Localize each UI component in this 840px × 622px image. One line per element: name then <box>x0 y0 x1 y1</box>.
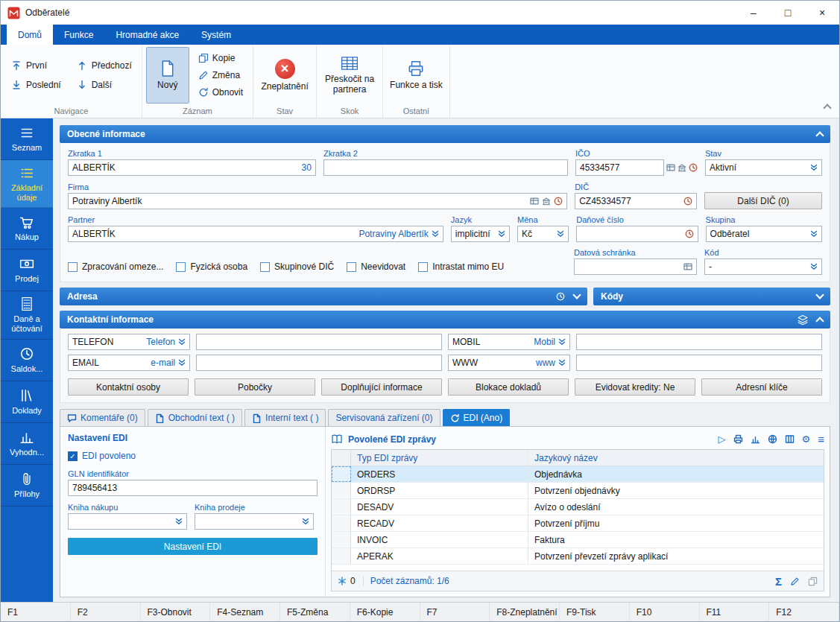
ribbon-tab-hromadne-akce[interactable]: Hromadné akce <box>104 25 190 45</box>
functions-print-button[interactable]: Funkce a tisk <box>387 47 446 104</box>
section-header-kody[interactable]: Kódy <box>593 288 830 305</box>
doplnujici-informace-button[interactable]: Doplňující informace <box>321 378 442 396</box>
fkey-f6-kopie[interactable]: F6-Kopie <box>350 603 420 621</box>
ico-input[interactable]: 45334577 <box>575 159 664 176</box>
firma-input[interactable]: Potraviny Albertík <box>68 193 567 209</box>
row-selector[interactable] <box>332 466 351 482</box>
next-button[interactable]: Další <box>70 76 138 94</box>
datova-schranka-input[interactable] <box>574 258 697 275</box>
tab-interni-text[interactable]: Interní text ( ) <box>244 409 326 426</box>
row-selector[interactable] <box>332 483 351 498</box>
sidebar-item-dane-a-uctovani[interactable]: Daně a účtování <box>1 291 53 339</box>
jazyk-select[interactable]: implicitní <box>451 226 510 242</box>
expand-icon[interactable] <box>572 291 581 299</box>
jump-to-partner-button[interactable]: Přeskočit na partnera <box>320 47 379 104</box>
danove-cislo-input[interactable] <box>576 226 698 242</box>
adresni-klice-button[interactable]: Adresní klíče <box>701 378 822 396</box>
mena-select[interactable]: Kč <box>517 226 569 242</box>
dalsi-dic-button[interactable]: Další DIČ (0) <box>704 192 822 209</box>
column-header-typ[interactable]: Typ EDI zprávy <box>351 450 528 466</box>
invalidate-button[interactable]: Zneplatnění <box>257 47 312 104</box>
refresh-button[interactable]: Obnovit <box>192 84 249 101</box>
history-clock-icon[interactable] <box>683 197 692 206</box>
mobil-input[interactable] <box>576 334 822 350</box>
row-selector[interactable] <box>332 548 351 564</box>
sidebar-item-doklady[interactable]: Doklady <box>1 381 53 423</box>
checkbox-neevidovat[interactable]: Neevidovat <box>347 261 405 272</box>
play-icon[interactable]: ▷ <box>719 434 726 444</box>
dropdown-icon[interactable] <box>178 359 186 366</box>
registry-icon[interactable] <box>542 197 551 206</box>
checkbox-skupinove-dic[interactable]: Skupinové DIČ <box>260 261 334 272</box>
dic-input[interactable]: CZ45334577 <box>575 193 697 209</box>
collapse-icon[interactable] <box>815 131 824 139</box>
history-clock-icon[interactable] <box>556 292 565 301</box>
dropdown-icon[interactable] <box>302 518 309 525</box>
checkbox-fyzicka-osoba[interactable]: Fyzická osoba <box>176 261 247 272</box>
sidebar-item-prodej[interactable]: Prodej <box>1 250 53 291</box>
fkey-f10[interactable]: F10 <box>630 603 700 621</box>
lookup-icon[interactable] <box>530 197 539 206</box>
tab-servisovana-zarizeni[interactable]: Servisovaná zařízení (0) <box>328 409 440 426</box>
history-clock-icon[interactable] <box>685 229 694 238</box>
zkratka2-input[interactable] <box>323 159 568 176</box>
maximize-button[interactable]: □ <box>771 1 805 25</box>
collapse-icon[interactable] <box>815 317 824 325</box>
globe-icon[interactable] <box>768 434 777 444</box>
kniha-prodeje-select[interactable] <box>195 513 314 530</box>
dropdown-icon[interactable] <box>557 230 564 238</box>
chart-icon[interactable] <box>751 434 760 444</box>
pobocky-button[interactable]: Pobočky <box>195 378 315 396</box>
dropdown-icon[interactable] <box>558 338 566 346</box>
history-clock-icon[interactable] <box>554 197 563 206</box>
new-record-button[interactable]: Nový <box>146 47 189 104</box>
lookup-icon[interactable] <box>666 163 675 172</box>
fkey-f5-zmena[interactable]: F5-Změna <box>280 603 350 621</box>
skupina-select[interactable]: Odběratel <box>706 226 822 242</box>
fkey-f4-seznam[interactable]: F4-Seznam <box>210 603 280 621</box>
dropdown-icon[interactable] <box>498 230 505 238</box>
table-row[interactable]: INVOICFaktura <box>332 532 824 548</box>
section-header-obecne-informace[interactable]: Obecné informace <box>60 125 830 143</box>
copy-icon[interactable] <box>808 577 818 586</box>
change-record-button[interactable]: Změna <box>192 67 249 83</box>
pencil-icon[interactable] <box>790 577 800 586</box>
fkey-f9-tisk[interactable]: F9-Tisk <box>560 603 630 621</box>
section-header-adresa[interactable]: Adresa <box>60 288 587 305</box>
fkey-f2[interactable]: F2 <box>71 603 141 621</box>
email-input[interactable] <box>196 355 442 371</box>
www-type-select[interactable]: WWWwww <box>448 355 570 371</box>
minimize-button[interactable]: – <box>736 1 771 25</box>
dropdown-icon[interactable] <box>178 338 186 346</box>
telefon-input[interactable] <box>196 334 442 350</box>
partner-link[interactable]: Potraviny Albertík <box>359 229 428 239</box>
table-row[interactable]: ORDERSObjednávka <box>332 466 824 483</box>
gln-input[interactable]: 789456413 <box>68 480 318 496</box>
ribbon-tab-domu[interactable]: Domů <box>7 25 53 45</box>
registry-icon[interactable] <box>678 163 686 172</box>
table-row[interactable]: APERAKPotvrzení převzetí zprávy aplikací <box>332 548 824 565</box>
printer-icon[interactable] <box>733 434 743 444</box>
kod-select[interactable]: - <box>704 258 822 275</box>
partner-input[interactable]: ALBERTÍKPotraviny Albertík <box>68 226 443 242</box>
www-input[interactable] <box>576 355 822 371</box>
fkey-f1[interactable]: F1 <box>1 603 71 621</box>
email-type-select[interactable]: EMAILe-mail <box>68 355 190 371</box>
table-row[interactable]: RECADVPotvrzení příjmu <box>332 515 824 532</box>
evidovat-kredity-button[interactable]: Evidovat kredity: Ne <box>575 378 695 396</box>
ribbon-tab-funkce[interactable]: Funkce <box>53 25 104 45</box>
layers-icon[interactable] <box>798 314 808 325</box>
edi-povoleno-checkbox[interactable]: EDI povoleno <box>68 451 318 461</box>
columns-icon[interactable] <box>785 434 795 444</box>
dropdown-icon[interactable] <box>175 518 183 525</box>
nastaveni-edi-button[interactable]: Nastavení EDI <box>68 538 318 555</box>
copy-record-button[interactable]: Kopie <box>192 50 249 66</box>
checkbox-intrastat-mimo-eu[interactable]: Intrastat mimo EU <box>418 261 504 272</box>
expand-icon[interactable] <box>815 291 824 299</box>
table-row[interactable]: ORDRSPPotvrzení objednávky <box>332 483 824 499</box>
lookup-icon[interactable] <box>683 262 692 271</box>
sidebar-item-saldokonto[interactable]: Saldok... <box>1 340 53 381</box>
dropdown-icon[interactable] <box>810 164 818 171</box>
first-button[interactable]: První <box>4 57 67 74</box>
close-button[interactable]: × <box>805 1 839 25</box>
